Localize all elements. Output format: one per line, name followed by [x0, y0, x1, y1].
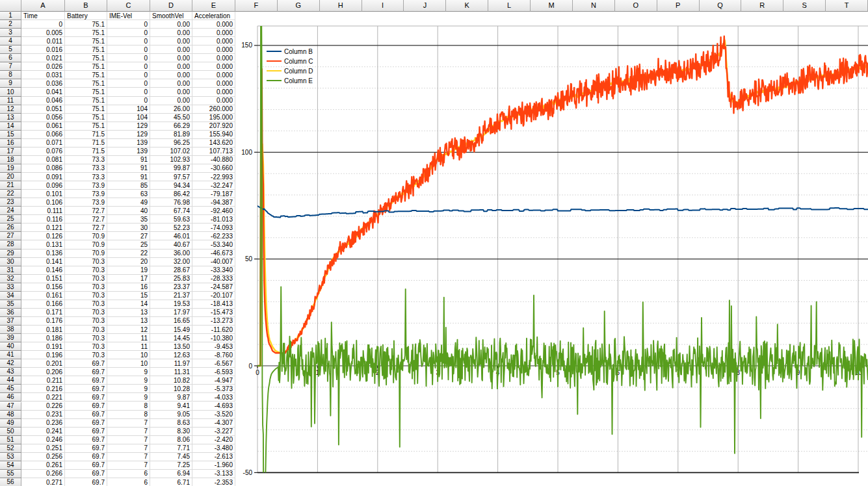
cell-D52[interactable]: 7.71	[150, 444, 192, 453]
cell-E40[interactable]: -9.453	[192, 342, 235, 351]
cell-E54[interactable]: -1.960	[192, 461, 235, 470]
chart-object[interactable]: 150100500-50012345678910Column BColumn C…	[236, 12, 868, 486]
cell-E27[interactable]: -62.233	[192, 232, 235, 240]
cell-A56[interactable]: 0.271	[21, 478, 65, 486]
cell-B43[interactable]: 69.7	[65, 368, 107, 376]
cell-E9[interactable]: 0.000	[192, 79, 235, 88]
row-header-30[interactable]: 30	[0, 258, 21, 266]
row-header-3[interactable]: 3	[0, 29, 21, 37]
cell-D26[interactable]: 52.23	[150, 224, 192, 232]
cell-E31[interactable]: -33.340	[192, 266, 235, 275]
row-header-48[interactable]: 48	[0, 411, 21, 419]
cell-D40[interactable]: 13.50	[150, 342, 192, 351]
cell-A9[interactable]: 0.036	[21, 79, 65, 88]
cell-C10[interactable]: 0	[107, 88, 150, 96]
cell-D11[interactable]: 0.00	[150, 97, 192, 105]
cell-C34[interactable]: 15	[107, 292, 150, 300]
cell-E51[interactable]: -2.420	[192, 436, 235, 444]
legend-label-1[interactable]: Column C	[284, 58, 313, 65]
cell-B14[interactable]: 75.1	[65, 122, 107, 131]
column-header-a[interactable]: A	[21, 0, 65, 12]
cell-E30[interactable]: -40.007	[192, 258, 235, 266]
cell-B16[interactable]: 71.5	[65, 139, 107, 147]
cell-B44[interactable]: 69.7	[65, 376, 107, 385]
cell-D56[interactable]: 6.71	[150, 478, 192, 486]
cell-E8[interactable]: 0.000	[192, 71, 235, 79]
cell-A25[interactable]: 0.116	[21, 215, 65, 224]
cell-B46[interactable]: 69.7	[65, 393, 107, 402]
cell-C3[interactable]: 0	[107, 29, 150, 37]
cell-C36[interactable]: 13	[107, 309, 150, 317]
column-header-g[interactable]: G	[278, 0, 320, 12]
cell-D25[interactable]: 59.63	[150, 215, 192, 224]
cell-D46[interactable]: 9.87	[150, 393, 192, 402]
row-header-41[interactable]: 41	[0, 351, 21, 359]
cell-A27[interactable]: 0.126	[21, 232, 65, 240]
row-header-24[interactable]: 24	[0, 207, 21, 215]
row-header-2[interactable]: 2	[0, 20, 21, 29]
cell-C32[interactable]: 17	[107, 275, 150, 283]
cell-C17[interactable]: 139	[107, 147, 150, 156]
cell-C47[interactable]: 8	[107, 402, 150, 411]
cell-C14[interactable]: 129	[107, 122, 150, 131]
cell-E45[interactable]: -5.373	[192, 385, 235, 393]
cell-B47[interactable]: 69.7	[65, 402, 107, 411]
cell-D16[interactable]: 96.25	[150, 139, 192, 147]
cell-C16[interactable]: 139	[107, 139, 150, 147]
row-header-46[interactable]: 46	[0, 393, 21, 402]
cell-D51[interactable]: 8.06	[150, 436, 192, 444]
cell-A11[interactable]: 0.046	[21, 97, 65, 105]
cell-E20[interactable]: -22.993	[192, 173, 235, 181]
column-header-n[interactable]: N	[573, 0, 615, 12]
cell-B1[interactable]: Battery	[65, 12, 107, 20]
cell-A6[interactable]: 0.021	[21, 54, 65, 62]
cell-C12[interactable]: 104	[107, 105, 150, 114]
cell-A28[interactable]: 0.131	[21, 240, 65, 249]
cell-B4[interactable]: 75.1	[65, 37, 107, 45]
cell-C21[interactable]: 85	[107, 181, 150, 190]
cell-E18[interactable]: -40.880	[192, 156, 235, 164]
cell-E2[interactable]: 0.000	[192, 20, 235, 29]
cell-B22[interactable]: 73.9	[65, 190, 107, 198]
cell-A55[interactable]: 0.266	[21, 470, 65, 478]
cell-D22[interactable]: 86.42	[150, 190, 192, 198]
row-header-37[interactable]: 37	[0, 317, 21, 326]
cell-A13[interactable]: 0.056	[21, 114, 65, 122]
cell-A3[interactable]: 0.005	[21, 29, 65, 37]
cell-B34[interactable]: 70.3	[65, 292, 107, 300]
column-header-p[interactable]: P	[657, 0, 700, 12]
cell-A21[interactable]: 0.096	[21, 181, 65, 190]
row-header-34[interactable]: 34	[0, 292, 21, 300]
cell-E46[interactable]: -4.033	[192, 393, 235, 402]
row-header-7[interactable]: 7	[0, 62, 21, 71]
column-header-j[interactable]: J	[404, 0, 446, 12]
cell-B17[interactable]: 71.5	[65, 147, 107, 156]
row-header-6[interactable]: 6	[0, 54, 21, 62]
column-header-c[interactable]: C	[107, 0, 150, 12]
cell-A34[interactable]: 0.161	[21, 292, 65, 300]
cell-C55[interactable]: 6	[107, 470, 150, 478]
cell-C48[interactable]: 8	[107, 411, 150, 419]
cell-C19[interactable]: 91	[107, 164, 150, 173]
cell-E55[interactable]: -3.133	[192, 470, 235, 478]
cell-A45[interactable]: 0.216	[21, 385, 65, 393]
cell-E41[interactable]: -8.760	[192, 351, 235, 359]
cell-C28[interactable]: 25	[107, 240, 150, 249]
cell-D33[interactable]: 23.37	[150, 283, 192, 292]
cell-E17[interactable]: 107.713	[192, 147, 235, 156]
cell-A46[interactable]: 0.221	[21, 393, 65, 402]
column-header-s[interactable]: S	[783, 0, 826, 12]
cell-A31[interactable]: 0.146	[21, 266, 65, 275]
cell-B8[interactable]: 75.1	[65, 71, 107, 79]
cell-D5[interactable]: 0.00	[150, 45, 192, 54]
column-header-d[interactable]: D	[150, 0, 192, 12]
cell-A32[interactable]: 0.151	[21, 275, 65, 283]
cell-C37[interactable]: 13	[107, 317, 150, 326]
cell-B6[interactable]: 75.1	[65, 54, 107, 62]
legend-label-0[interactable]: Column B	[284, 48, 313, 55]
cell-C2[interactable]: 0	[107, 20, 150, 29]
cell-D48[interactable]: 9.05	[150, 411, 192, 419]
row-header-21[interactable]: 21	[0, 181, 21, 190]
cell-C46[interactable]: 9	[107, 393, 150, 402]
row-header-1[interactable]: 1	[0, 12, 21, 20]
